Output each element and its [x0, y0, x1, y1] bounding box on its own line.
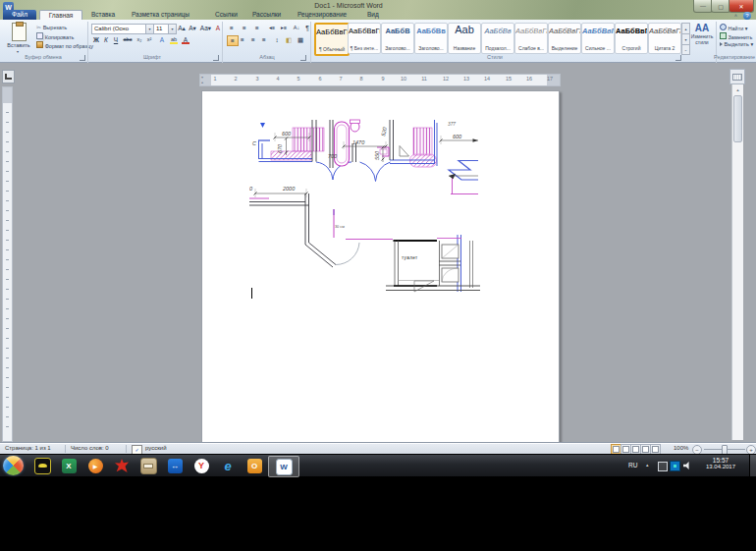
find-button[interactable]: Найти ▾ [720, 24, 748, 31]
zoom-level[interactable]: 100% [674, 445, 688, 451]
horizontal-ruler[interactable]: 1 2 3 4 5 6 7 8 9 10 11 12 13 14 15 16 1… [199, 74, 561, 86]
font-dialog-launcher[interactable] [213, 55, 219, 61]
change-styles-icon: АА [689, 23, 715, 33]
text-effects-button[interactable]: А [157, 35, 167, 44]
svg-text:377: 377 [448, 122, 456, 127]
svg-text:С: С [252, 140, 256, 146]
paste-button[interactable]: Вставить ▾ [4, 23, 33, 54]
style-heading2[interactable]: АаБбВв Заголово... [414, 23, 448, 54]
taskbar-teamviewer[interactable]: ↔ [162, 456, 188, 475]
document-page[interactable]: С 600 670 700 1470 520 550 377 600 0 200… [201, 90, 560, 444]
italic-button[interactable]: К [101, 35, 111, 44]
bullets-button[interactable]: ≡ [227, 24, 237, 32]
format-painter-button[interactable]: Формат по образцу [36, 41, 93, 49]
collapse-ribbon-icon[interactable]: ˄ [734, 13, 737, 19]
underline-button[interactable]: Ч [111, 35, 121, 44]
font-color-button[interactable]: А [181, 35, 190, 44]
strikethrough-button[interactable]: abc [123, 35, 133, 44]
tray-volume-icon[interactable] [683, 462, 691, 469]
style-heading1[interactable]: АаБбВ Заголово... [381, 23, 414, 54]
change-case-button[interactable]: Аа▾ [199, 24, 212, 32]
tab-references[interactable]: Ссылки [209, 10, 243, 20]
minimize-button[interactable]: — [693, 0, 713, 13]
style-subtitle[interactable]: АаБбВв Подзагол... [481, 23, 514, 54]
tab-file[interactable]: Файл [3, 10, 36, 20]
style-strong[interactable]: АаБбВвГг, Строгий [615, 23, 648, 54]
justify-button[interactable]: ≡ [259, 35, 269, 44]
align-center-button[interactable]: ≡ [238, 35, 247, 44]
status-page[interactable]: Страница: 1 из 1 [5, 445, 51, 451]
font-size-combo[interactable]: 11▾ [153, 24, 177, 34]
font-name-combo[interactable]: Calibri (Осно▾ [91, 24, 154, 34]
decrease-indent-button[interactable]: ◂≡ [266, 24, 278, 32]
select-button[interactable]: Выделить ▾ [720, 41, 753, 47]
grow-font-button[interactable]: А▴ [177, 24, 187, 32]
tab-stop-selector[interactable] [2, 70, 15, 83]
replace-button[interactable]: Заменить [720, 32, 752, 40]
tab-insert[interactable]: Вставка [85, 10, 121, 20]
status-word-count[interactable]: Число слов: 0 [71, 445, 109, 451]
tray-language[interactable]: RU [628, 462, 637, 468]
highlight-button[interactable]: ab [169, 35, 179, 44]
taskbar-file-manager[interactable] [135, 456, 161, 475]
taskbar-word-active[interactable]: W [268, 456, 299, 477]
numbering-button[interactable]: ≡ [240, 24, 249, 32]
sort-button[interactable]: А↓ [291, 24, 302, 32]
floor-plan-drawing[interactable]: С 600 670 700 1470 520 550 377 600 0 200… [249, 119, 480, 301]
style-no-spacing[interactable]: АаБбВвГг, ¶ Без инте... [348, 23, 381, 54]
tab-review[interactable]: Рецензирование [292, 10, 352, 20]
style-intense-emphasis[interactable]: АаБбВвГг Сильное ... [581, 23, 615, 54]
shading-button[interactable]: ◧ [284, 35, 294, 44]
vertical-scrollbar[interactable]: ▲ [731, 84, 743, 440]
style-emphasis[interactable]: АаБбВвГг Выделение [548, 23, 581, 54]
style-subtle-emphasis[interactable]: АаБбВвГг Слабое в... [514, 23, 548, 54]
tab-page-layout[interactable]: Разметка страницы [126, 10, 195, 20]
start-button[interactable] [3, 456, 24, 475]
styles-dialog-launcher[interactable] [675, 55, 681, 61]
shrink-font-button[interactable]: А▾ [188, 24, 197, 32]
font-size-dropdown-icon[interactable]: ▾ [168, 25, 176, 33]
style-quote2[interactable]: АаБбВвГг Цитата 2 [648, 23, 681, 54]
borders-button[interactable]: ▦ [296, 35, 305, 44]
subscript-button[interactable]: x₂ [135, 35, 144, 44]
close-button[interactable]: ✕ [729, 0, 754, 13]
copy-button[interactable]: Копировать [36, 32, 74, 40]
clipboard-dialog-launcher[interactable] [80, 55, 85, 61]
increase-indent-button[interactable]: ▸≡ [278, 24, 290, 32]
taskbar-bat-app[interactable] [29, 456, 55, 475]
ruler-toggle-button[interactable] [729, 69, 745, 84]
line-spacing-button[interactable]: ↕ [272, 35, 282, 44]
superscript-button[interactable]: x² [144, 35, 154, 44]
show-desktop-button[interactable] [749, 455, 756, 476]
help-icon[interactable]: ? [743, 12, 751, 20]
vertical-ruler[interactable] [2, 86, 13, 442]
cut-button[interactable]: ✂ Вырезать [36, 24, 67, 30]
font-name-dropdown-icon[interactable]: ▾ [145, 25, 153, 33]
tray-network-icon[interactable] [658, 462, 668, 471]
align-right-button[interactable]: ≡ [248, 35, 258, 44]
multilevel-list-button[interactable]: ≡ [252, 24, 262, 32]
taskbar-internet-explorer[interactable]: e [215, 456, 241, 475]
change-styles-button[interactable]: АА Изменить стили [689, 23, 715, 55]
paragraph-dialog-launcher[interactable] [300, 55, 306, 61]
taskbar-excel[interactable]: X [56, 456, 81, 475]
editing-group-label: Редактирование [713, 54, 756, 62]
taskbar-red-app[interactable] [109, 456, 135, 475]
taskbar-outlook[interactable]: O [242, 456, 267, 475]
tray-clock[interactable]: 15:57 13.04.2017 [693, 457, 748, 469]
indent-marker-bottom[interactable]: ▴ [201, 80, 203, 84]
bold-button[interactable]: Ж [91, 35, 101, 44]
maximize-button[interactable]: ▢ [711, 0, 730, 13]
tab-mailings[interactable]: Рассылки [246, 10, 287, 20]
status-language[interactable]: русский [145, 445, 167, 451]
style-title[interactable]: Аab Название [448, 23, 481, 54]
scrollbar-thumb[interactable] [733, 95, 742, 142]
scroll-up-arrow[interactable]: ▲ [732, 84, 743, 94]
taskbar-yandex-browser[interactable]: Y [189, 456, 214, 475]
taskbar-media-player[interactable]: ▶ [82, 456, 108, 475]
ruler-number: 5 [294, 76, 303, 82]
tray-expand-icon[interactable]: ▴ [646, 462, 649, 468]
style-normal[interactable]: АаБбВвГг, ¶ Обычный [314, 23, 350, 56]
tab-view[interactable]: Вид [361, 10, 385, 20]
tray-teamviewer-icon[interactable] [670, 461, 680, 471]
